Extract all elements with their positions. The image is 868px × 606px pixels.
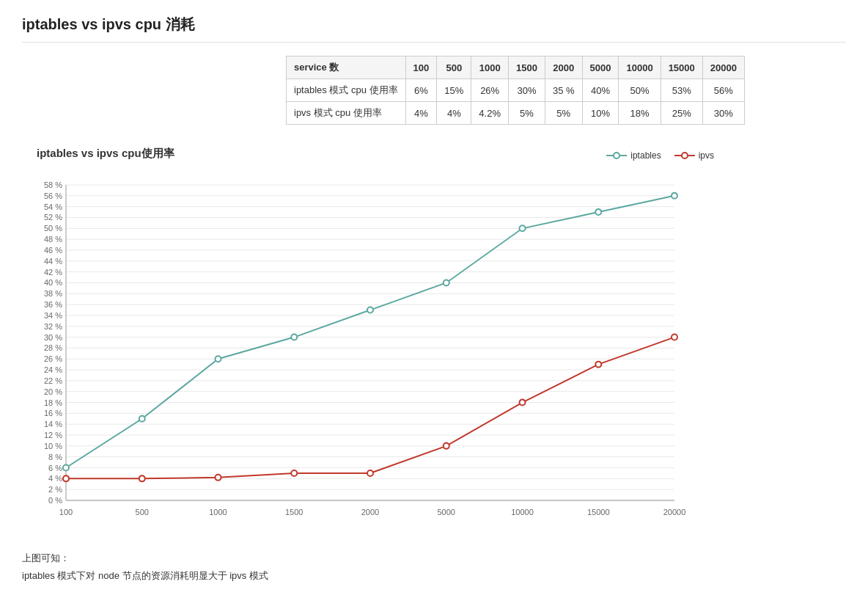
svg-point-88 [367,470,373,476]
table-cell: 53% [661,79,702,102]
svg-text:24 %: 24 % [44,365,62,374]
svg-text:40 %: 40 % [44,278,62,287]
svg-text:58 %: 58 % [44,180,62,189]
svg-point-85 [139,475,145,481]
table-header: 20000 [702,56,744,79]
svg-text:20 %: 20 % [44,387,62,396]
table-header: 1000 [471,56,509,79]
svg-point-1 [614,153,619,158]
table-header: 5000 [582,56,619,79]
svg-point-77 [216,356,221,362]
svg-text:5000: 5000 [438,508,455,516]
svg-text:38 %: 38 % [44,289,62,298]
table-cell: 4% [437,102,471,125]
data-table: service 数1005001000150020005000100001500… [286,56,745,125]
svg-text:1000: 1000 [209,508,227,516]
svg-text:500: 500 [136,508,149,516]
table-cell: 40% [582,79,619,102]
svg-text:52 %: 52 % [44,213,62,222]
chart-section: iptables vs ipvs cpu使用率 iptables ipvs 0 … [22,147,846,537]
svg-text:56 %: 56 % [44,191,62,200]
svg-text:2000: 2000 [361,508,379,516]
table-header: 100 [405,56,437,79]
table-cell: 30% [702,102,744,125]
svg-text:14 %: 14 % [44,420,62,428]
svg-text:34 %: 34 % [44,311,62,320]
svg-text:4 %: 4 % [48,474,62,483]
svg-point-76 [139,416,145,422]
svg-text:16 %: 16 % [44,409,62,417]
svg-text:30 %: 30 % [44,333,62,342]
svg-point-89 [444,443,449,449]
table-cell: 50% [619,79,661,102]
svg-text:20000: 20000 [663,508,686,516]
svg-point-84 [63,475,69,481]
svg-text:0 %: 0 % [48,496,62,505]
svg-text:22 %: 22 % [44,376,62,385]
svg-point-83 [672,193,677,199]
svg-point-80 [444,280,449,285]
chart-title: iptables vs ipvs cpu使用率 [37,147,174,161]
svg-point-81 [520,225,526,231]
svg-point-86 [216,475,221,481]
table-cell: 5% [508,102,545,125]
svg-point-82 [595,209,601,215]
table-header: 15000 [661,56,702,79]
legend-iptables-label: iptables [630,150,661,161]
legend-ipvs-label: ipvs [699,150,714,161]
table-cell: 18% [619,102,661,125]
svg-point-90 [520,400,526,406]
legend-iptables-icon [606,150,627,161]
table-header: 2000 [545,56,582,79]
svg-text:48 %: 48 % [44,235,62,244]
table-cell: 6% [405,79,437,102]
table-row-label: ipvs 模式 cpu 使用率 [287,102,406,125]
conclusion-prefix: 上图可知： [22,552,846,565]
svg-text:8 %: 8 % [48,453,62,461]
svg-point-78 [291,335,297,340]
legend-iptables: iptables [606,150,661,161]
line-chart: 0 %2 %4 %6 %8 %10 %12 %14 %16 %18 %20 %2… [22,170,696,537]
table-cell: 35 % [545,79,582,102]
table-header: 10000 [619,56,661,79]
table-row: ipvs 模式 cpu 使用率4%4%4.2%5%5%10%18%25%30% [287,102,745,125]
svg-point-79 [367,307,373,313]
table-cell: 30% [508,79,545,102]
table-cell: 25% [661,102,702,125]
table-row: iptables 模式 cpu 使用率6%15%26%30%35 %40%50%… [287,79,745,102]
svg-text:28 %: 28 % [44,343,62,352]
svg-text:100: 100 [59,508,73,516]
svg-point-3 [682,153,688,158]
svg-text:36 %: 36 % [44,300,62,309]
svg-text:54 %: 54 % [44,202,62,211]
svg-text:42 %: 42 % [44,268,62,277]
svg-text:6 %: 6 % [48,464,62,472]
svg-text:32 %: 32 % [44,322,62,331]
svg-text:26 %: 26 % [44,354,62,363]
svg-text:18 %: 18 % [44,398,62,407]
svg-text:10 %: 10 % [44,442,62,450]
table-cell: 4% [405,102,437,125]
table-cell: 56% [702,79,744,102]
legend-ipvs: ipvs [674,150,714,161]
page-title: iptables vs ipvs cpu 消耗 [22,15,846,43]
table-header: 1500 [508,56,545,79]
svg-text:12 %: 12 % [44,431,62,439]
svg-text:1500: 1500 [285,508,303,516]
svg-text:10000: 10000 [511,508,534,516]
svg-point-75 [63,465,69,471]
table-cell: 5% [545,102,582,125]
svg-text:2 %: 2 % [48,485,62,494]
table-header: service 数 [287,56,406,79]
legend-ipvs-icon [674,150,695,161]
table-row-label: iptables 模式 cpu 使用率 [287,79,406,102]
conclusion-text: iptables 模式下对 node 节点的资源消耗明显大于 ipvs 模式 [22,569,846,583]
svg-text:44 %: 44 % [44,257,62,266]
conclusion-section: 上图可知： iptables 模式下对 node 节点的资源消耗明显大于 ipv… [22,552,846,583]
table-cell: 26% [471,79,509,102]
table-cell: 15% [437,79,471,102]
svg-text:15000: 15000 [587,508,610,516]
table-cell: 4.2% [471,102,509,125]
svg-point-87 [291,470,297,476]
svg-text:50 %: 50 % [44,224,62,233]
